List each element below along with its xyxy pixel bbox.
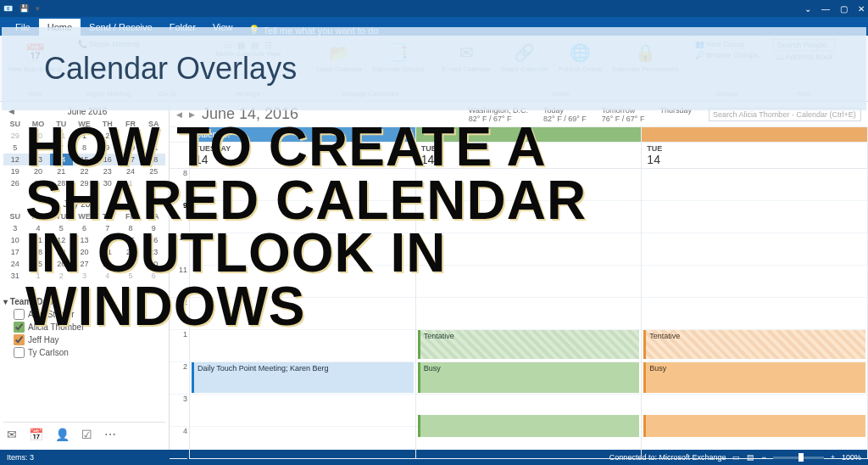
items-count: Items: 3 [7,453,34,462]
overlay-title-line: SHARED CALENDAR [25,174,860,227]
overlay-title-line: HOW TO CREATE A [25,120,860,174]
zoom-slider[interactable] [773,457,824,459]
quick-save-icon[interactable]: 💾 [19,4,29,13]
quick-access-dropdown[interactable]: ▾ [36,4,40,13]
maximize-button[interactable]: ▢ [840,4,848,14]
tasks-nav-icon[interactable]: ☑ [81,428,92,441]
more-nav-icon[interactable]: ⋯ [104,428,116,441]
overlay-title-line: WINDOWS [25,280,860,333]
event-daily-touch[interactable]: Daily Touch Point Meeting; Karen Berg [192,362,414,393]
person-label: Ty Carlson [28,348,69,357]
window-titlebar: 📧 💾 ▾ ⌄ — ▢ ✕ [0,0,868,17]
ribbon-collapse-icon[interactable]: ⌄ [804,4,811,14]
calendar-checkbox-ty[interactable]: Ty Carlson [3,346,165,359]
minimize-button[interactable]: — [821,4,830,14]
mail-nav-icon[interactable]: ✉ [7,428,17,441]
people-nav-icon[interactable]: 👤 [55,428,70,441]
overlay-title-line: IN OUTLOOK IN [25,227,860,280]
close-button[interactable]: ✕ [858,4,865,14]
event-busy-jeff[interactable]: Busy [643,362,865,393]
event-busy-jeff-2[interactable] [643,415,865,437]
overlay-title: HOW TO CREATE A SHARED CALENDAR IN OUTLO… [25,120,860,333]
overlay-banner: Calendar Overlays [2,27,866,110]
overlay-banner-text: Calendar Overlays [44,51,297,87]
event-tentative-jeff[interactable]: Tentative [643,330,865,359]
event-busy-alicia[interactable]: Busy [418,362,640,393]
event-tentative-alicia[interactable]: Tentative [418,330,640,359]
nav-footer: ✉ 📅 👤 ☑ ⋯ [3,422,165,446]
calendar-nav-icon[interactable]: 📅 [29,428,43,441]
app-icon: 📧 [3,4,13,13]
event-busy-alicia-2[interactable] [418,415,640,437]
